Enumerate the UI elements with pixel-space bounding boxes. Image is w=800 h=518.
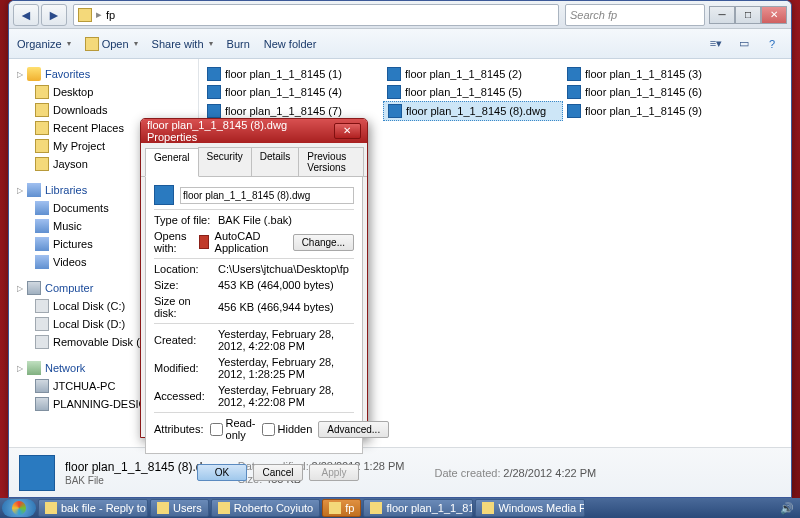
minimize-button[interactable]: ─: [709, 6, 735, 24]
taskbar-item[interactable]: Windows Media Player: [475, 499, 585, 517]
start-button[interactable]: [2, 499, 36, 517]
open-button[interactable]: Open: [85, 37, 138, 51]
maximize-button[interactable]: □: [735, 6, 761, 24]
search-input[interactable]: Search fp: [565, 4, 705, 26]
dialog-title: floor plan_1_1_8145 (8).dwg Properties: [147, 119, 334, 143]
details-pane: floor plan_1_1_8145 (8).dwg BAK File Dat…: [9, 447, 791, 497]
dwg-icon: [567, 104, 581, 118]
sidebar-group-label: Computer: [45, 282, 93, 294]
accessed-value: Yesterday, February 28, 2012, 4:22:08 PM: [218, 384, 354, 408]
autocad-icon: [199, 235, 209, 249]
nav-forward-button[interactable]: ►: [41, 4, 67, 26]
taskbar-item-label: fp: [345, 502, 354, 514]
expand-icon: ▷: [17, 284, 23, 293]
network-icon: [27, 361, 41, 375]
file-item[interactable]: floor plan_1_1_8145 (9): [563, 101, 743, 121]
breadcrumb-folder[interactable]: fp: [106, 9, 115, 21]
dwg-icon: [207, 67, 221, 81]
dwg-icon: [388, 104, 402, 118]
cancel-button[interactable]: Cancel: [253, 464, 303, 481]
burn-button[interactable]: Burn: [227, 38, 250, 50]
close-button[interactable]: ✕: [761, 6, 787, 24]
accessed-key: Accessed:: [154, 390, 212, 402]
search-placeholder: Search fp: [570, 9, 617, 21]
new-folder-button[interactable]: New folder: [264, 38, 317, 50]
share-button[interactable]: Share with: [152, 38, 213, 50]
taskbar-item-icon: [370, 502, 382, 514]
hidden-checkbox[interactable]: Hidden: [262, 423, 313, 436]
file-item[interactable]: floor plan_1_1_8145 (1): [203, 65, 383, 83]
titlebar: ◄ ► ▸ fp Search fp ─ □ ✕: [9, 1, 791, 29]
advanced-button[interactable]: Advanced...: [318, 421, 389, 438]
location-key: Location:: [154, 263, 212, 275]
taskbar-item[interactable]: floor plan_1_1_8145 (...: [363, 499, 473, 517]
view-options-button[interactable]: ≡▾: [705, 34, 727, 54]
filename-input[interactable]: [180, 187, 354, 204]
tray-volume-icon[interactable]: 🔊: [780, 502, 794, 515]
file-grid: floor plan_1_1_8145 (1)floor plan_1_1_81…: [203, 65, 787, 121]
item-icon: [35, 85, 49, 99]
readonly-checkbox[interactable]: Read-only: [210, 417, 256, 441]
taskbar-item-icon: [45, 502, 57, 514]
help-button[interactable]: ?: [761, 34, 783, 54]
nav-back-button[interactable]: ◄: [13, 4, 39, 26]
dwg-icon: [567, 67, 581, 81]
item-icon: [35, 139, 49, 153]
libraries-icon: [27, 183, 41, 197]
file-item[interactable]: floor plan_1_1_8145 (3): [563, 65, 743, 83]
file-name: floor plan_1_1_8145 (8).dwg: [406, 105, 546, 117]
file-item[interactable]: floor plan_1_1_8145 (4): [203, 83, 383, 101]
sidebar-group-label: Libraries: [45, 184, 87, 196]
taskbar-item[interactable]: Users: [150, 499, 209, 517]
sidebar-item[interactable]: Downloads: [9, 101, 198, 119]
ok-button[interactable]: OK: [197, 464, 247, 481]
taskbar-item-label: Roberto Coyiuto: [234, 502, 314, 514]
windows-orb-icon: [12, 501, 26, 515]
dwg-icon: [207, 104, 221, 118]
apply-button[interactable]: Apply: [309, 464, 359, 481]
sidebar-group-favorites[interactable]: ▷Favorites: [9, 65, 198, 83]
preview-pane-button[interactable]: ▭: [733, 34, 755, 54]
sidebar-item[interactable]: Desktop: [9, 83, 198, 101]
dwg-icon: [387, 67, 401, 81]
details-created-key: Date created:: [434, 467, 500, 479]
sidebar-item-label: Music: [53, 220, 82, 232]
file-type-icon: [19, 455, 55, 491]
taskbar-item[interactable]: bak file - Reply to To...: [38, 499, 148, 517]
system-tray[interactable]: 🔊: [780, 502, 798, 515]
taskbar-item-label: bak file - Reply to To...: [61, 502, 148, 514]
organize-button[interactable]: Organize: [17, 38, 71, 50]
file-name: floor plan_1_1_8145 (9): [585, 105, 702, 117]
file-icon: [154, 185, 174, 205]
sidebar-item-label: Downloads: [53, 104, 107, 116]
readonly-label: Read-only: [226, 417, 256, 441]
expand-icon: ▷: [17, 364, 23, 373]
tab-details[interactable]: Details: [251, 147, 300, 176]
file-item[interactable]: floor plan_1_1_8145 (8).dwg: [383, 101, 563, 121]
typeoffile-value: BAK File (.bak): [218, 214, 354, 226]
file-item[interactable]: floor plan_1_1_8145 (2): [383, 65, 563, 83]
file-item[interactable]: floor plan_1_1_8145 (5): [383, 83, 563, 101]
item-icon: [35, 157, 49, 171]
item-icon: [35, 121, 49, 135]
location-value: C:\Users\jtchua\Desktop\fp: [218, 263, 354, 275]
taskbar-item[interactable]: Roberto Coyiuto: [211, 499, 321, 517]
file-name: floor plan_1_1_8145 (5): [405, 86, 522, 98]
taskbar-item-label: Windows Media Player: [498, 502, 585, 514]
properties-dialog: floor plan_1_1_8145 (8).dwg Properties ✕…: [140, 118, 368, 438]
dialog-titlebar[interactable]: floor plan_1_1_8145 (8).dwg Properties ✕: [141, 119, 367, 143]
file-item[interactable]: floor plan_1_1_8145 (6): [563, 83, 743, 101]
dwg-icon: [207, 85, 221, 99]
change-button[interactable]: Change...: [293, 234, 354, 251]
taskbar-item[interactable]: fp: [322, 499, 361, 517]
tab-previous-versions[interactable]: Previous Versions: [298, 147, 364, 176]
hidden-label: Hidden: [278, 423, 313, 435]
tab-security[interactable]: Security: [198, 147, 252, 176]
attributes-key: Attributes:: [154, 423, 204, 435]
explorer-window: ◄ ► ▸ fp Search fp ─ □ ✕ Organize Open S…: [8, 0, 792, 498]
dialog-close-button[interactable]: ✕: [334, 123, 361, 139]
address-bar[interactable]: ▸ fp: [73, 4, 559, 26]
open-icon: [85, 37, 99, 51]
tab-general[interactable]: General: [145, 148, 199, 177]
item-icon: [35, 201, 49, 215]
